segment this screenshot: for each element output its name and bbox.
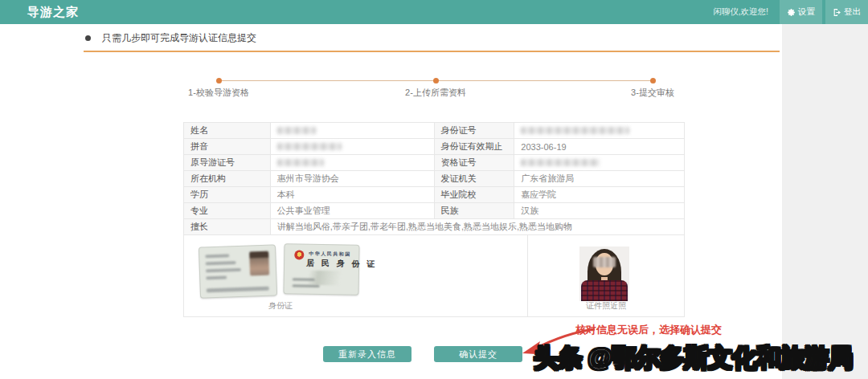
- step-dot-1: [216, 78, 222, 84]
- step-label-verify: 1-校验导游资格: [188, 87, 249, 99]
- id-card-cell: 中华人民共和国 居 民 身 份 证 身份证: [184, 235, 528, 317]
- logout-button[interactable]: 登出: [825, 0, 868, 24]
- step-label-submit: 3-提交审核: [631, 87, 674, 99]
- field-label: 身份证有效期止: [435, 139, 515, 155]
- table-row: 学历本科毕业院校嘉应学院: [184, 187, 685, 203]
- field-value-specialty: 讲解当地风俗,带亲子团,带老年团,熟悉当地美食,熟悉当地娱乐,熟悉当地购物: [271, 219, 685, 235]
- face-blur-mask: [593, 257, 616, 267]
- id-photo-thumbnail: [249, 251, 269, 276]
- field-label: 姓名: [184, 123, 271, 139]
- portrait-cell: 证件照近照: [528, 235, 685, 317]
- table-row: 拼音身份证有效期止2033-06-19: [184, 139, 685, 155]
- step-dot-3: [650, 78, 656, 84]
- redacted-value: [277, 143, 342, 150]
- field-label: 所在机构: [184, 171, 271, 187]
- app-title: 导游之家: [27, 5, 79, 20]
- field-label: 发证机关: [435, 171, 515, 187]
- field-value: 广东省旅游局: [514, 171, 685, 187]
- portrait-caption: 证件照近照: [528, 300, 684, 312]
- table-row: 所在机构惠州市导游协会发证机关广东省旅游局: [184, 171, 685, 187]
- national-emblem-icon: [294, 250, 304, 259]
- field-value: 汉族: [514, 203, 685, 219]
- app-window: 导游之家 闲聊仪,欢迎您! 设置 登出 只需几步即可完成导游认证信息提交: [0, 0, 868, 379]
- field-value: [271, 139, 435, 155]
- step-dot-2: [433, 78, 439, 84]
- field-label: 原导游证号: [184, 155, 271, 171]
- reenter-info-button[interactable]: 重新录入信息: [323, 346, 411, 362]
- id-card-caption: 身份证: [184, 300, 377, 312]
- watermark-text: 头条 @鄂尔多斯文化和旅游局: [534, 341, 853, 375]
- settings-button[interactable]: 设置: [780, 0, 822, 24]
- info-table-rows: 姓名身份证号拼音身份证有效期止2033-06-19原导游证号资格证号所在机构惠州…: [184, 123, 685, 219]
- portrait-shirt: [581, 280, 628, 301]
- accent-divider: [84, 51, 780, 52]
- field-label: 学历: [184, 187, 271, 203]
- logout-label: 登出: [844, 6, 861, 18]
- table-row-photos: 中华人民共和国 居 民 身 份 证 身份证 证件照近照: [184, 235, 685, 317]
- field-label: 毕业院校: [435, 187, 515, 203]
- field-label: 资格证号: [435, 155, 515, 171]
- field-value: 公共事业管理: [271, 203, 435, 219]
- table-row: 专业公共事业管理民族汉族: [184, 203, 685, 219]
- bullet-icon: [85, 35, 91, 41]
- field-label: 民族: [435, 203, 515, 219]
- field-label: 身份证号: [435, 123, 515, 139]
- table-row-specialty: 擅长 讲解当地风俗,带亲子团,带老年团,熟悉当地美食,熟悉当地娱乐,熟悉当地购物: [184, 219, 685, 235]
- step-label-upload: 2-上传所需资料: [405, 87, 466, 99]
- welcome-text: 闲聊仪,欢迎您!: [705, 0, 776, 24]
- info-table: 姓名身份证号拼音身份证有效期止2033-06-19原导游证号资格证号所在机构惠州…: [183, 122, 685, 317]
- top-navbar: 导游之家 闲聊仪,欢迎您! 设置 登出: [0, 0, 868, 24]
- confirm-submit-button[interactable]: 确认提交: [434, 346, 522, 362]
- redacted-value: [521, 127, 629, 134]
- page-subtitle-row: 只需几步即可完成导游认证信息提交: [85, 31, 256, 45]
- field-value: [514, 123, 685, 139]
- page-subtitle: 只需几步即可完成导游认证信息提交: [102, 31, 256, 45]
- settings-label: 设置: [798, 6, 815, 18]
- field-label: 拼音: [184, 139, 271, 155]
- id-card-front-image: [199, 244, 277, 298]
- portrait-photo: [579, 247, 629, 301]
- table-row: 姓名身份证号: [184, 123, 685, 139]
- field-value: [271, 155, 435, 171]
- field-value: 2033-06-19: [514, 139, 685, 155]
- field-label-specialty: 擅长: [184, 219, 271, 235]
- redacted-value: [277, 127, 316, 134]
- page-right-margin: [782, 24, 868, 379]
- topbar-right-group: 闲聊仪,欢迎您! 设置 登出: [705, 0, 868, 24]
- logout-icon: [833, 8, 841, 17]
- field-value: 嘉应学院: [514, 187, 685, 203]
- field-label: 专业: [184, 203, 271, 219]
- field-value: 惠州市导游协会: [271, 171, 435, 187]
- redacted-value: [277, 159, 324, 166]
- redacted-value: [521, 159, 600, 166]
- id-card-back-image: 中华人民共和国 居 民 身 份 证: [283, 243, 359, 295]
- gear-icon: [787, 8, 796, 17]
- id-card-title-text: 居 民 身 份 证: [306, 258, 377, 271]
- field-value: [514, 155, 685, 171]
- table-row: 原导游证号资格证号: [184, 155, 685, 171]
- field-value: [271, 123, 435, 139]
- field-value: 本科: [271, 187, 435, 203]
